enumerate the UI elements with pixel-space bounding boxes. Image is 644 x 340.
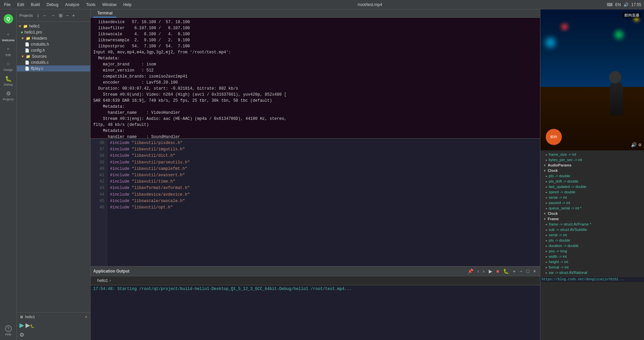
menu-debug[interactable]: Debug (45, 2, 60, 8)
app-output-tab-hello1[interactable]: hello1 × (93, 277, 115, 284)
debug-item-frame[interactable]: ▸ frame -> struct AVFrame * (542, 222, 643, 227)
terminal-tab[interactable]: Terminal (93, 9, 116, 17)
debug-item-sar[interactable]: ▸ sar -> struct AVRational (542, 270, 643, 275)
debug-item-label: sub -> struct AVSubtitle (549, 228, 587, 232)
volume-icon[interactable]: 🔊 (631, 142, 637, 148)
sidebar-label-projects: Projects (3, 98, 14, 101)
file-tree-panel: Projects ↕ ← → ⊞ − + ▼ 📁 hello1 ■ (17, 9, 91, 340)
file-tree-toolbar: ↕ ← → ⊞ − + (34, 11, 77, 19)
debug-item-width[interactable]: ▸ width -> int (542, 254, 643, 259)
maximize-btn[interactable]: □ (525, 268, 530, 275)
filter-btn[interactable]: ⊞ (57, 12, 64, 19)
debug-item-bytes-per-sec[interactable]: ▸ bytes_per_sec -> int (542, 157, 643, 162)
tree-item-config-h[interactable]: 📄 config.h (17, 47, 90, 53)
tree-expand-icon: ▸ (546, 260, 547, 264)
debug-item-label: paused -> int (549, 201, 570, 205)
code-content[interactable]: #include "libavutil/pixdesc.h" #include … (107, 139, 540, 266)
forward-btn[interactable]: → (49, 12, 57, 19)
term-line: minor_version : 512 (93, 67, 537, 74)
menu-window[interactable]: Window (101, 2, 118, 8)
term-line: Stream #0:1(eng): Audio: aac (HE-AAC) (m… (93, 116, 537, 122)
tree-item-headers[interactable]: ▼ 📁 Headers (17, 35, 90, 41)
menu-tools[interactable]: Tools (85, 2, 97, 8)
line-num: 38 (92, 153, 104, 159)
prev-btn[interactable]: ‹ (476, 268, 480, 275)
play-btn[interactable]: ▶ (487, 268, 494, 275)
debug-item-last-updated[interactable]: ▸ last_updated -> double (542, 184, 643, 189)
tree-item-sources[interactable]: ▼ 📁 Sources (17, 53, 90, 59)
debug-item-paused[interactable]: ▸ paused -> int (542, 200, 643, 205)
sidebar-item-welcome[interactable]: ⌂ Welcome (2, 30, 15, 43)
app-output-content[interactable]: 17:54:48: Starting /root/qt/project/buil… (91, 285, 540, 340)
back-btn[interactable]: ← (41, 12, 49, 19)
debug-item-serial2[interactable]: ▸ serial -> int (542, 232, 643, 238)
sidebar-item-projects[interactable]: ⚙ Projects (2, 89, 15, 102)
debug-item-sub[interactable]: ▸ sub -> struct AVSubtitle (542, 227, 643, 232)
debug-item-queue-serial[interactable]: ▸ queue_serial -> int * (542, 205, 643, 211)
sidebar-label-edit: Edit (6, 53, 11, 57)
close-tab-icon[interactable]: × (109, 279, 111, 283)
code-editor[interactable]: 36 37 38 39 40 41 42 43 44 45 46 #includ… (91, 139, 540, 266)
debug-section-audioparams[interactable]: ▼ AudioParams (542, 162, 643, 168)
tree-expand-icon: ▸ (546, 185, 547, 189)
build-debug-btn[interactable]: 🐛 (502, 268, 510, 275)
tree-item-hello1[interactable]: ▼ 📁 hello1 (17, 23, 90, 29)
tree-item-cmdutils-h[interactable]: 📄 cmdutils.h (17, 41, 90, 47)
settings-icon[interactable]: ⚙ (639, 142, 641, 148)
sidebar-logo[interactable]: Q (2, 12, 15, 26)
sidebar-item-help[interactable]: ? Help (2, 324, 15, 337)
app-output-header: Application Output 📌 ‹ › ▶ ■ 🐛 + − □ × (91, 266, 540, 276)
debug-run-button[interactable]: ▶🐛 (25, 322, 34, 329)
collapse-btn[interactable]: − (65, 12, 70, 19)
add-btn[interactable]: + (512, 268, 517, 275)
debug-section-clock2[interactable]: ▼ Clock (542, 211, 643, 216)
menu-edit[interactable]: Edit (16, 2, 25, 8)
debug-item-frame-size[interactable]: ▸ frame_size -> int (542, 152, 643, 157)
debug-item-pts2[interactable]: ▸ pts -> double (542, 238, 643, 243)
build-button[interactable]: ⚙ (19, 332, 24, 338)
tree-item-ffplay-c[interactable]: 📄 ffplay.c (17, 65, 90, 71)
video-controls: 🔊 ⚙ (631, 142, 641, 148)
debug-item-label: format -> int (549, 265, 569, 269)
tree-item-cmdutils-c[interactable]: 📄 cmdutils.c (17, 59, 90, 65)
next-btn[interactable]: › (482, 268, 486, 275)
debug-item-format[interactable]: ▸ format -> int (542, 264, 643, 270)
tree-item-hello1-pro[interactable]: ■ hello1.pro (17, 29, 90, 35)
sidebar-item-debug[interactable]: 🐛 Debug (2, 74, 15, 87)
debug-section-frame[interactable]: ▼ Frame (542, 216, 643, 222)
expand-btn[interactable]: + (71, 12, 76, 19)
menu-file[interactable]: File (3, 2, 12, 8)
menu-analyze[interactable]: Analyze (64, 2, 81, 8)
sidebar-item-design[interactable]: ◻ Design (2, 59, 15, 72)
file-icon-ffplay-c: 📄 (25, 66, 30, 71)
sync-btn[interactable]: ↕ (36, 12, 41, 19)
tree-label-config-h: config.h (31, 48, 45, 53)
tree-collapse-icon: ▼ (543, 217, 546, 221)
debug-item-pts[interactable]: ▸ pts -> double (542, 173, 643, 179)
line-num: 40 (92, 166, 104, 172)
tree-expand-icon: ▸ (546, 206, 547, 210)
term-line: major_brand : isom (93, 61, 537, 67)
line-num: 39 (92, 159, 104, 166)
debug-section-clock[interactable]: ▼ Clock (542, 168, 643, 173)
term-line: Metadata: (93, 55, 537, 61)
debug-item-serial[interactable]: ▸ serial -> int (542, 195, 643, 200)
menu-help[interactable]: Help (122, 2, 133, 8)
terminal-content[interactable]: libavdevice 57. 10.100 / 57. 10.100 liba… (91, 18, 540, 138)
debug-item-pts-drift[interactable]: ▸ pts_drift -> double (542, 179, 643, 184)
stop-btn[interactable]: ■ (495, 268, 500, 275)
minimize-panel-btn[interactable]: × (532, 268, 537, 275)
debug-item-duration[interactable]: ▸ duration -> double (542, 243, 643, 248)
debug-item-label: bytes_per_sec -> int (549, 158, 582, 162)
debug-item-speed[interactable]: ▸ speed -> double (542, 189, 643, 195)
run-button[interactable]: ▶ (19, 322, 24, 329)
projects-icon: ⚙ (5, 90, 12, 97)
line-num: 41 (92, 172, 104, 179)
pin-btn[interactable]: 📌 (466, 268, 475, 275)
debug-section-label: Clock (548, 211, 558, 215)
debug-item-height[interactable]: ▸ height -> int (542, 259, 643, 264)
close-output-btn[interactable]: − (518, 268, 524, 275)
sidebar-item-edit[interactable]: ✏ Edit (2, 44, 15, 58)
menu-build[interactable]: Build (30, 2, 41, 8)
debug-item-pos[interactable]: ▸ pos -> long (542, 248, 643, 254)
